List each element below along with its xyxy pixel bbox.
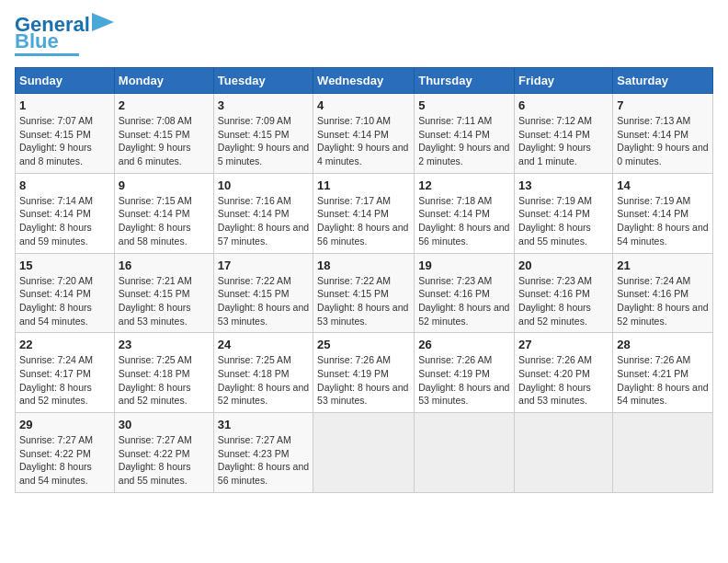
calendar-cell: 1 Sunrise: 7:07 AMSunset: 4:15 PMDayligh… [16, 94, 115, 174]
day-number: 4 [317, 98, 410, 112]
day-number: 29 [19, 418, 110, 431]
day-number: 10 [218, 178, 309, 192]
calendar-cell: 16 Sunrise: 7:21 AMSunset: 4:15 PMDaylig… [114, 253, 213, 333]
calendar-cell: 5 Sunrise: 7:11 AMSunset: 4:14 PMDayligh… [415, 94, 515, 174]
day-number: 21 [617, 259, 709, 272]
calendar-cell: 17 Sunrise: 7:22 AMSunset: 4:15 PMDaylig… [213, 253, 313, 333]
day-info: Sunrise: 7:14 AMSunset: 4:14 PMDaylight:… [19, 194, 110, 248]
header-friday: Friday [515, 68, 613, 94]
day-number: 18 [317, 259, 410, 272]
calendar-cell: 11 Sunrise: 7:17 AMSunset: 4:14 PMDaylig… [313, 173, 415, 253]
day-info: Sunrise: 7:16 AMSunset: 4:14 PMDaylight:… [218, 194, 309, 248]
calendar-cell: 25 Sunrise: 7:26 AMSunset: 4:19 PMDaylig… [313, 333, 415, 413]
calendar-cell [313, 413, 415, 493]
header-monday: Monday [114, 68, 213, 94]
day-info: Sunrise: 7:09 AMSunset: 4:15 PMDaylight:… [218, 114, 309, 168]
calendar-cell: 4 Sunrise: 7:10 AMSunset: 4:14 PMDayligh… [313, 94, 415, 174]
calendar-cell: 30 Sunrise: 7:27 AMSunset: 4:22 PMDaylig… [114, 413, 213, 493]
day-info: Sunrise: 7:22 AMSunset: 4:15 PMDaylight:… [218, 274, 309, 328]
day-number: 25 [317, 338, 410, 351]
day-number: 5 [418, 98, 510, 112]
header-tuesday: Tuesday [213, 68, 313, 94]
day-number: 9 [119, 178, 210, 192]
day-number: 7 [617, 98, 709, 112]
calendar-cell: 13 Sunrise: 7:19 AMSunset: 4:14 PMDaylig… [515, 173, 613, 253]
logo: General Blue [15, 15, 114, 56]
calendar-header-row: SundayMondayTuesdayWednesdayThursdayFrid… [16, 68, 713, 94]
calendar-week-1: 1 Sunrise: 7:07 AMSunset: 4:15 PMDayligh… [16, 94, 713, 174]
day-info: Sunrise: 7:12 AMSunset: 4:14 PMDaylight:… [518, 114, 609, 168]
day-number: 19 [418, 259, 510, 272]
day-number: 28 [617, 338, 709, 351]
calendar-cell: 14 Sunrise: 7:19 AMSunset: 4:14 PMDaylig… [613, 173, 713, 253]
day-info: Sunrise: 7:27 AMSunset: 4:23 PMDaylight:… [218, 433, 309, 488]
day-info: Sunrise: 7:07 AMSunset: 4:15 PMDaylight:… [19, 114, 110, 168]
day-info: Sunrise: 7:26 AMSunset: 4:19 PMDaylight:… [418, 353, 510, 408]
day-info: Sunrise: 7:22 AMSunset: 4:15 PMDaylight:… [317, 274, 410, 328]
day-info: Sunrise: 7:08 AMSunset: 4:15 PMDaylight:… [119, 114, 210, 168]
calendar-cell: 18 Sunrise: 7:22 AMSunset: 4:15 PMDaylig… [313, 253, 415, 333]
logo-arrow-icon [92, 13, 114, 31]
calendar-week-4: 22 Sunrise: 7:24 AMSunset: 4:17 PMDaylig… [16, 333, 713, 413]
day-info: Sunrise: 7:25 AMSunset: 4:18 PMDaylight:… [218, 353, 309, 408]
calendar-cell: 31 Sunrise: 7:27 AMSunset: 4:23 PMDaylig… [213, 413, 313, 493]
day-number: 27 [518, 338, 609, 351]
day-info: Sunrise: 7:26 AMSunset: 4:19 PMDaylight:… [317, 353, 410, 408]
day-info: Sunrise: 7:20 AMSunset: 4:14 PMDaylight:… [19, 274, 110, 328]
calendar-cell: 6 Sunrise: 7:12 AMSunset: 4:14 PMDayligh… [515, 94, 613, 174]
day-number: 17 [218, 259, 309, 272]
day-number: 31 [218, 418, 309, 431]
calendar-week-3: 15 Sunrise: 7:20 AMSunset: 4:14 PMDaylig… [16, 253, 713, 333]
calendar-cell: 26 Sunrise: 7:26 AMSunset: 4:19 PMDaylig… [415, 333, 515, 413]
calendar-cell: 27 Sunrise: 7:26 AMSunset: 4:20 PMDaylig… [515, 333, 613, 413]
calendar-cell: 3 Sunrise: 7:09 AMSunset: 4:15 PMDayligh… [213, 94, 313, 174]
calendar-cell: 2 Sunrise: 7:08 AMSunset: 4:15 PMDayligh… [114, 94, 213, 174]
svg-marker-0 [92, 13, 114, 31]
calendar-cell: 12 Sunrise: 7:18 AMSunset: 4:14 PMDaylig… [415, 173, 515, 253]
calendar-cell [515, 413, 613, 493]
calendar-cell: 21 Sunrise: 7:24 AMSunset: 4:16 PMDaylig… [613, 253, 713, 333]
calendar-table: SundayMondayTuesdayWednesdayThursdayFrid… [15, 67, 713, 493]
day-number: 26 [418, 338, 510, 351]
calendar-cell: 29 Sunrise: 7:27 AMSunset: 4:22 PMDaylig… [16, 413, 115, 493]
day-number: 3 [218, 98, 309, 112]
day-number: 13 [518, 178, 609, 192]
day-info: Sunrise: 7:26 AMSunset: 4:20 PMDaylight:… [518, 353, 609, 408]
day-number: 14 [617, 178, 709, 192]
header-sunday: Sunday [16, 68, 115, 94]
day-number: 16 [119, 259, 210, 272]
day-info: Sunrise: 7:24 AMSunset: 4:17 PMDaylight:… [19, 353, 110, 408]
header-thursday: Thursday [415, 68, 515, 94]
calendar-cell: 8 Sunrise: 7:14 AMSunset: 4:14 PMDayligh… [16, 173, 115, 253]
calendar-week-5: 29 Sunrise: 7:27 AMSunset: 4:22 PMDaylig… [16, 413, 713, 493]
day-info: Sunrise: 7:15 AMSunset: 4:14 PMDaylight:… [119, 194, 210, 248]
header-saturday: Saturday [613, 68, 713, 94]
day-info: Sunrise: 7:27 AMSunset: 4:22 PMDaylight:… [119, 433, 210, 488]
day-number: 11 [317, 178, 410, 192]
day-number: 15 [19, 259, 110, 272]
day-info: Sunrise: 7:11 AMSunset: 4:14 PMDaylight:… [418, 114, 510, 168]
day-info: Sunrise: 7:25 AMSunset: 4:18 PMDaylight:… [119, 353, 210, 408]
calendar-cell: 15 Sunrise: 7:20 AMSunset: 4:14 PMDaylig… [16, 253, 115, 333]
calendar-cell: 10 Sunrise: 7:16 AMSunset: 4:14 PMDaylig… [213, 173, 313, 253]
day-info: Sunrise: 7:19 AMSunset: 4:14 PMDaylight:… [617, 194, 709, 248]
calendar-cell [415, 413, 515, 493]
day-info: Sunrise: 7:27 AMSunset: 4:22 PMDaylight:… [19, 433, 110, 488]
calendar-cell: 22 Sunrise: 7:24 AMSunset: 4:17 PMDaylig… [16, 333, 115, 413]
calendar-cell [613, 413, 713, 493]
header-wednesday: Wednesday [313, 68, 415, 94]
calendar-cell: 19 Sunrise: 7:23 AMSunset: 4:16 PMDaylig… [415, 253, 515, 333]
calendar-cell: 20 Sunrise: 7:23 AMSunset: 4:16 PMDaylig… [515, 253, 613, 333]
day-info: Sunrise: 7:23 AMSunset: 4:16 PMDaylight:… [518, 274, 609, 328]
calendar-cell: 28 Sunrise: 7:26 AMSunset: 4:21 PMDaylig… [613, 333, 713, 413]
day-info: Sunrise: 7:18 AMSunset: 4:14 PMDaylight:… [418, 194, 510, 248]
day-number: 30 [119, 418, 210, 431]
day-info: Sunrise: 7:17 AMSunset: 4:14 PMDaylight:… [317, 194, 410, 248]
day-number: 1 [19, 98, 110, 112]
day-number: 22 [19, 338, 110, 351]
calendar-cell: 7 Sunrise: 7:13 AMSunset: 4:14 PMDayligh… [613, 94, 713, 174]
calendar-cell: 9 Sunrise: 7:15 AMSunset: 4:14 PMDayligh… [114, 173, 213, 253]
day-info: Sunrise: 7:24 AMSunset: 4:16 PMDaylight:… [617, 274, 709, 328]
day-number: 12 [418, 178, 510, 192]
calendar-cell: 24 Sunrise: 7:25 AMSunset: 4:18 PMDaylig… [213, 333, 313, 413]
